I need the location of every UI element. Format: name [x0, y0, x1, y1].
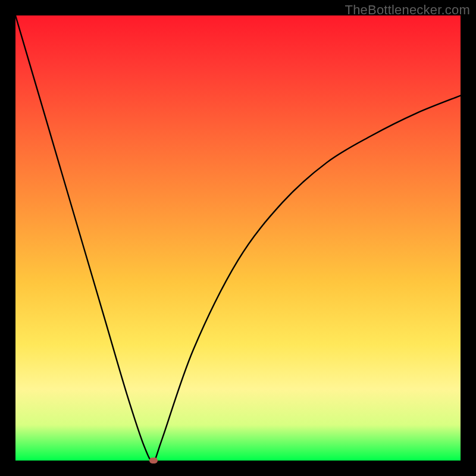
plot-area: [15, 15, 461, 461]
bottleneck-curve: [15, 15, 461, 461]
chart-frame: TheBottlenecker.com: [0, 0, 476, 476]
attribution-text: TheBottlenecker.com: [345, 2, 470, 18]
curve-path: [15, 15, 461, 461]
optimal-point-marker: [149, 458, 158, 464]
